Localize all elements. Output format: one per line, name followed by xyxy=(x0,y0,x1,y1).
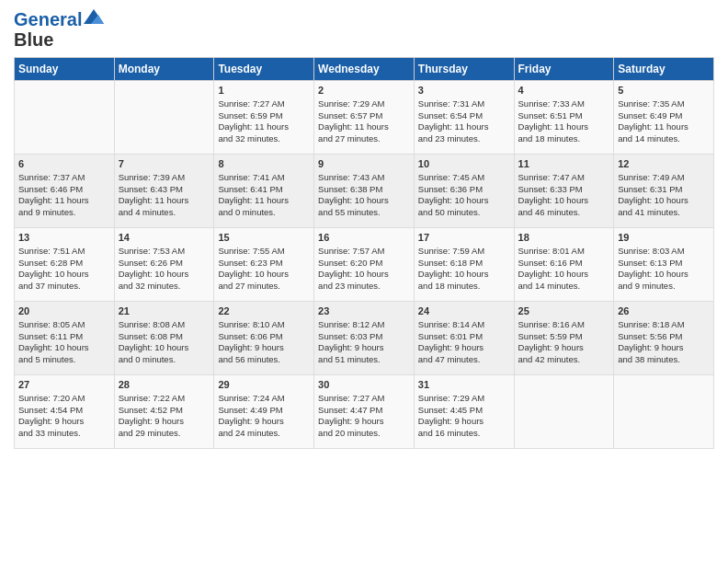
day-number: 4 xyxy=(518,84,610,98)
day-info-line: Sunrise: 7:29 AM xyxy=(318,98,410,110)
day-number: 25 xyxy=(518,304,610,318)
day-info-line: Daylight: 11 hours xyxy=(119,195,210,207)
column-header-monday: Monday xyxy=(114,58,214,81)
day-cell: 9Sunrise: 7:43 AMSunset: 6:38 PMDaylight… xyxy=(314,155,415,228)
day-info-line: and 16 minutes. xyxy=(418,428,510,440)
day-number: 26 xyxy=(618,304,710,318)
day-info-line: and 0 minutes. xyxy=(218,207,310,219)
day-cell: 13Sunrise: 7:51 AMSunset: 6:28 PMDayligh… xyxy=(15,228,115,302)
day-cell: 14Sunrise: 7:53 AMSunset: 6:26 PMDayligh… xyxy=(114,228,214,302)
day-info-line: Sunrise: 7:45 AM xyxy=(418,172,510,184)
day-cell: 26Sunrise: 8:18 AMSunset: 5:56 PMDayligh… xyxy=(614,302,714,375)
day-number: 6 xyxy=(18,157,110,171)
day-info-line: and 51 minutes. xyxy=(318,354,410,366)
day-number: 7 xyxy=(119,157,210,171)
day-info-line: Sunset: 4:49 PM xyxy=(218,405,310,417)
day-info-line: and 20 minutes. xyxy=(318,428,410,440)
day-info-line: and 4 minutes. xyxy=(119,207,210,219)
day-number: 27 xyxy=(18,378,110,392)
day-number: 28 xyxy=(119,378,210,392)
day-cell: 3Sunrise: 7:31 AMSunset: 6:54 PMDaylight… xyxy=(414,81,514,155)
day-info-line: and 38 minutes. xyxy=(618,354,710,366)
day-info-line: Sunrise: 8:10 AM xyxy=(218,319,310,331)
day-cell: 28Sunrise: 7:22 AMSunset: 4:52 PMDayligh… xyxy=(114,375,214,449)
day-info-line: Sunrise: 7:33 AM xyxy=(518,98,610,110)
day-cell: 1Sunrise: 7:27 AMSunset: 6:59 PMDaylight… xyxy=(214,81,314,155)
day-info-line: Daylight: 10 hours xyxy=(618,269,710,281)
day-info-line: Sunset: 6:08 PM xyxy=(119,331,210,343)
day-info-line: Sunrise: 7:29 AM xyxy=(418,393,510,405)
day-info-line: Sunset: 4:54 PM xyxy=(18,405,110,417)
day-info-line: Sunset: 6:51 PM xyxy=(518,110,610,122)
day-info-line: Sunrise: 8:12 AM xyxy=(318,319,410,331)
day-number: 29 xyxy=(218,378,310,392)
day-info-line: Daylight: 9 hours xyxy=(318,342,410,354)
day-info-line: Daylight: 9 hours xyxy=(119,416,210,428)
day-number: 14 xyxy=(119,231,210,245)
day-number: 2 xyxy=(318,84,410,98)
calendar-table: SundayMondayTuesdayWednesdayThursdayFrid… xyxy=(14,57,714,449)
day-info-line: and 0 minutes. xyxy=(119,354,210,366)
day-info-line: and 14 minutes. xyxy=(518,281,610,293)
day-info-line: Sunset: 6:18 PM xyxy=(418,258,510,270)
day-info-line: Daylight: 11 hours xyxy=(418,121,510,133)
day-info-line: Sunrise: 8:05 AM xyxy=(18,319,110,331)
day-cell: 16Sunrise: 7:57 AMSunset: 6:20 PMDayligh… xyxy=(314,228,415,302)
day-info-line: and 32 minutes. xyxy=(119,281,210,293)
day-info-line: and 32 minutes. xyxy=(218,133,310,145)
day-number: 8 xyxy=(218,157,310,171)
day-number: 10 xyxy=(418,157,510,171)
column-header-tuesday: Tuesday xyxy=(214,58,314,81)
day-info-line: Sunset: 6:26 PM xyxy=(119,258,210,270)
day-info-line: and 41 minutes. xyxy=(618,207,710,219)
day-number: 19 xyxy=(618,231,710,245)
day-info-line: Daylight: 10 hours xyxy=(518,195,610,207)
day-info-line: Sunrise: 7:49 AM xyxy=(618,172,710,184)
day-info-line: Sunset: 5:59 PM xyxy=(518,331,610,343)
day-number: 12 xyxy=(618,157,710,171)
day-info-line: and 50 minutes. xyxy=(418,207,510,219)
day-cell: 20Sunrise: 8:05 AMSunset: 6:11 PMDayligh… xyxy=(15,302,115,375)
day-info-line: Sunset: 6:36 PM xyxy=(418,184,510,196)
day-info-line: and 18 minutes. xyxy=(518,133,610,145)
day-cell: 10Sunrise: 7:45 AMSunset: 6:36 PMDayligh… xyxy=(414,155,514,228)
day-cell: 8Sunrise: 7:41 AMSunset: 6:41 PMDaylight… xyxy=(214,155,314,228)
day-number: 23 xyxy=(318,304,410,318)
day-info-line: Sunrise: 7:35 AM xyxy=(618,98,710,110)
day-info-line: and 37 minutes. xyxy=(18,281,110,293)
day-cell xyxy=(614,375,714,449)
day-info-line: Sunrise: 7:47 AM xyxy=(518,172,610,184)
day-info-line: Sunset: 6:13 PM xyxy=(618,258,710,270)
day-info-line: Sunset: 6:57 PM xyxy=(318,110,410,122)
day-info-line: Sunset: 6:49 PM xyxy=(618,110,710,122)
day-cell: 21Sunrise: 8:08 AMSunset: 6:08 PMDayligh… xyxy=(114,302,214,375)
day-info-line: Daylight: 11 hours xyxy=(318,121,410,133)
day-info-line: Sunrise: 8:16 AM xyxy=(518,319,610,331)
day-info-line: Daylight: 10 hours xyxy=(318,269,410,281)
day-cell: 27Sunrise: 7:20 AMSunset: 4:54 PMDayligh… xyxy=(15,375,115,449)
column-header-saturday: Saturday xyxy=(614,58,714,81)
day-info-line: Sunrise: 7:24 AM xyxy=(218,393,310,405)
day-cell xyxy=(114,81,214,155)
week-row-2: 6Sunrise: 7:37 AMSunset: 6:46 PMDaylight… xyxy=(15,155,714,228)
column-header-sunday: Sunday xyxy=(15,58,115,81)
day-info-line: Sunset: 6:11 PM xyxy=(18,331,110,343)
day-info-line: Sunrise: 7:31 AM xyxy=(418,98,510,110)
day-cell: 17Sunrise: 7:59 AMSunset: 6:18 PMDayligh… xyxy=(414,228,514,302)
day-info-line: Sunrise: 7:27 AM xyxy=(318,393,410,405)
day-info-line: Daylight: 11 hours xyxy=(218,195,310,207)
day-info-line: Daylight: 10 hours xyxy=(119,269,210,281)
day-info-line: Daylight: 10 hours xyxy=(318,195,410,207)
day-info-line: Sunset: 6:43 PM xyxy=(119,184,210,196)
day-info-line: Sunrise: 7:37 AM xyxy=(18,172,110,184)
day-cell: 29Sunrise: 7:24 AMSunset: 4:49 PMDayligh… xyxy=(214,375,314,449)
day-cell: 31Sunrise: 7:29 AMSunset: 4:45 PMDayligh… xyxy=(414,375,514,449)
day-cell: 15Sunrise: 7:55 AMSunset: 6:23 PMDayligh… xyxy=(214,228,314,302)
day-cell: 2Sunrise: 7:29 AMSunset: 6:57 PMDaylight… xyxy=(314,81,415,155)
day-info-line: Sunrise: 7:59 AM xyxy=(418,246,510,258)
day-info-line: Sunrise: 7:55 AM xyxy=(218,246,310,258)
day-info-line: Sunrise: 7:51 AM xyxy=(18,246,110,258)
day-info-line: Daylight: 10 hours xyxy=(18,342,110,354)
calendar-body: 1Sunrise: 7:27 AMSunset: 6:59 PMDaylight… xyxy=(15,81,714,449)
logo-blue: Blue xyxy=(14,29,104,50)
